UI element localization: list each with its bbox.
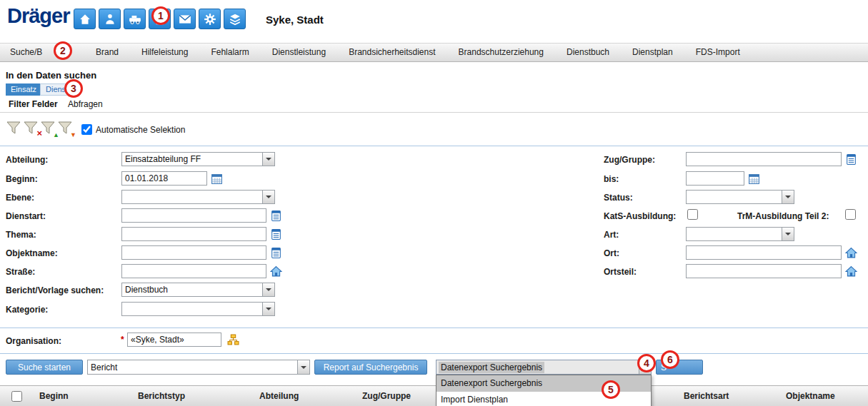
zug-gruppe-label: Zug/Gruppe: bbox=[604, 154, 655, 166]
chevron-down-icon[interactable] bbox=[262, 191, 274, 203]
home-button[interactable] bbox=[74, 9, 96, 29]
chevron-down-icon[interactable] bbox=[297, 360, 309, 374]
lookup-list-icon[interactable] bbox=[269, 209, 282, 222]
separator-line bbox=[0, 112, 868, 113]
tab-fds-import[interactable]: FDS-Import bbox=[684, 44, 752, 61]
column-header-berichtsart[interactable]: Berichtsart bbox=[684, 386, 729, 406]
column-header-abteilung[interactable]: Abteilung bbox=[259, 386, 299, 406]
auto-selection-checkbox[interactable] bbox=[81, 124, 92, 135]
thema-input[interactable] bbox=[121, 227, 266, 241]
zug-gruppe-input[interactable] bbox=[686, 152, 842, 166]
annotation-circle-6: 6 bbox=[661, 350, 679, 369]
ort-input[interactable] bbox=[686, 245, 842, 260]
ortsteil-input[interactable] bbox=[686, 264, 842, 278]
subtab-einsatz[interactable]: Einsatz bbox=[6, 83, 41, 96]
chevron-down-icon[interactable] bbox=[262, 303, 274, 315]
thema-label: Thema: bbox=[6, 229, 36, 240]
strasse-input[interactable] bbox=[121, 264, 266, 278]
art-select[interactable] bbox=[686, 227, 794, 241]
main-tabbar: Suche/B Brand Hilfeleistung Fehlalarm Di… bbox=[0, 43, 868, 62]
ortsteil-label: Ortsteil: bbox=[604, 266, 637, 278]
beginn-input[interactable] bbox=[121, 171, 207, 186]
select-all-checkbox[interactable] bbox=[11, 391, 22, 402]
ebene-value[interactable] bbox=[122, 191, 262, 203]
export-select[interactable]: Datenexport Suchergebnis bbox=[436, 360, 652, 375]
bericht-value[interactable] bbox=[88, 360, 297, 374]
home-icon bbox=[79, 13, 91, 26]
strasse-label: Straße: bbox=[6, 266, 35, 278]
trm-ausbildung-label: TrM-Ausbildung Teil 2: bbox=[737, 210, 829, 222]
tab-dienstleistung[interactable]: Dienstleistung bbox=[261, 44, 337, 61]
kats-ausbildung-checkbox[interactable] bbox=[687, 209, 698, 220]
tab-brandsicherheitsdienst[interactable]: Brandsicherheitsdienst bbox=[337, 44, 447, 61]
bericht-vorlage-label: Bericht/Vorlage suchen: bbox=[6, 285, 104, 296]
settings-button[interactable] bbox=[199, 9, 221, 29]
report-suchergebnis-button[interactable]: Report auf Suchergebnis bbox=[314, 360, 427, 375]
bericht-select[interactable] bbox=[87, 360, 310, 375]
column-header-beginn[interactable]: Beginn bbox=[39, 386, 69, 406]
person-button[interactable] bbox=[99, 9, 121, 29]
lookup-list-icon[interactable] bbox=[269, 228, 282, 240]
bis-label: bis: bbox=[604, 173, 619, 185]
trm-ausbildung-checkbox[interactable] bbox=[845, 209, 856, 220]
suche-starten-button[interactable]: Suche starten bbox=[6, 360, 83, 375]
organisation-label: Organisation: bbox=[6, 335, 61, 347]
modules-button[interactable] bbox=[224, 9, 246, 29]
bericht-vorlage-value[interactable] bbox=[122, 283, 262, 296]
status-select[interactable] bbox=[686, 190, 794, 204]
beginn-label: Beginn: bbox=[6, 173, 38, 185]
layers-icon bbox=[229, 13, 241, 26]
lookup-list-icon[interactable] bbox=[844, 153, 857, 166]
calendar-icon[interactable] bbox=[747, 172, 760, 185]
tab-dienstbuch[interactable]: Dienstbuch bbox=[555, 44, 621, 61]
tab-hilfeleistung[interactable]: Hilfeleistung bbox=[130, 44, 199, 61]
chevron-down-icon[interactable] bbox=[262, 283, 274, 296]
column-header-objektname[interactable]: Objektname bbox=[786, 386, 835, 406]
address-home-icon[interactable] bbox=[844, 265, 857, 278]
tab-fehlalarm[interactable]: Fehlalarm bbox=[199, 44, 260, 61]
annotation-circle-2: 2 bbox=[54, 41, 72, 60]
filter-clear-button[interactable]: × bbox=[23, 120, 40, 137]
bericht-vorlage-select[interactable] bbox=[121, 283, 275, 297]
objektname-input[interactable] bbox=[121, 245, 266, 260]
status-value[interactable] bbox=[687, 191, 782, 203]
column-header-berichtstyp[interactable]: Berichtstyp bbox=[138, 386, 185, 406]
address-home-icon[interactable] bbox=[269, 265, 282, 278]
lookup-list-icon[interactable] bbox=[269, 246, 282, 259]
abteilung-label: Abteilung: bbox=[6, 154, 48, 166]
filter-load-button[interactable]: ▲ bbox=[40, 120, 57, 137]
mail-button[interactable] bbox=[174, 9, 196, 29]
kategorie-select[interactable] bbox=[121, 302, 275, 316]
kategorie-label: Kategorie: bbox=[6, 304, 48, 315]
column-header-zug-gruppe[interactable]: Zug/Gruppe bbox=[362, 386, 411, 406]
chevron-down-icon[interactable] bbox=[782, 191, 794, 203]
dienstart-input[interactable] bbox=[121, 208, 266, 223]
person-icon bbox=[104, 13, 116, 26]
filtertab-filter-felder[interactable]: Filter Felder bbox=[9, 99, 58, 109]
tab-brandschutzerziehung[interactable]: Brandschutzerziehung bbox=[447, 44, 555, 61]
filter-save-button[interactable]: ▼ bbox=[57, 120, 74, 137]
organisation-input[interactable] bbox=[127, 333, 221, 347]
abteilung-select[interactable] bbox=[121, 152, 275, 166]
chevron-down-icon[interactable] bbox=[782, 228, 794, 240]
tab-brand[interactable]: Brand bbox=[84, 44, 130, 61]
kategorie-value[interactable] bbox=[122, 303, 262, 315]
art-value[interactable] bbox=[687, 228, 782, 240]
org-chart-icon[interactable] bbox=[226, 333, 239, 346]
bis-input[interactable] bbox=[686, 171, 744, 186]
auto-selection-label: Automatische Selektion bbox=[96, 124, 185, 136]
results-table-header: Beginn Berichtstyp Abteilung Zug/Gruppe … bbox=[0, 385, 868, 406]
vehicle-button[interactable] bbox=[124, 9, 146, 29]
address-home-icon[interactable] bbox=[844, 246, 857, 259]
calendar-icon[interactable] bbox=[210, 172, 223, 185]
tab-dienstplan[interactable]: Dienstplan bbox=[621, 44, 684, 61]
filtertab-abfragen[interactable]: Abfragen bbox=[68, 99, 103, 109]
chevron-down-icon[interactable] bbox=[262, 153, 274, 166]
annotation-circle-1: 1 bbox=[151, 6, 170, 25]
filter-apply-button[interactable] bbox=[6, 120, 23, 137]
art-label: Art: bbox=[604, 229, 619, 240]
ebene-select[interactable] bbox=[121, 190, 275, 204]
annotation-circle-3: 3 bbox=[64, 79, 83, 98]
separator-line bbox=[0, 146, 868, 146]
abteilung-value[interactable] bbox=[122, 153, 262, 166]
